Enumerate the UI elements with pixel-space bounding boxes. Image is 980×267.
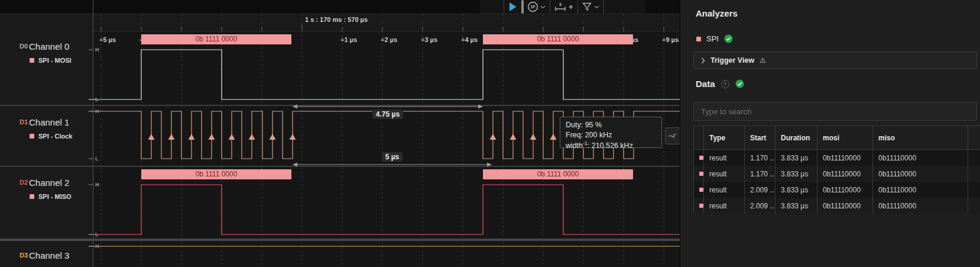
cell-Type: result — [704, 198, 745, 214]
row-color-swatch — [699, 204, 703, 208]
signal-channel-0 — [89, 50, 680, 99]
cell-miso: 0b11110000 — [873, 166, 968, 182]
high-level-label: H — [95, 47, 99, 53]
check-icon — [724, 34, 733, 43]
column-header-mosi[interactable]: mosi — [817, 126, 873, 149]
analyzer-item-spi[interactable]: SPI — [696, 34, 733, 43]
tooltip-freq: Freq: 200 kHz — [566, 130, 656, 140]
check-icon — [735, 79, 744, 88]
cell-mosi: 0b11110000 — [817, 166, 873, 182]
rising-edge-arrow — [550, 134, 557, 140]
rising-edge-arrow — [168, 134, 175, 140]
table-row[interactable]: result2.009 …3.833 µs0b111100000b1111000… — [694, 198, 980, 214]
tooltip-duty: Duty: 95 % — [566, 120, 656, 130]
cell-swatch — [694, 166, 704, 182]
arrowhead-right — [487, 163, 492, 167]
cell-swatch — [694, 150, 704, 166]
rising-edge-arrow — [189, 134, 195, 140]
level-ticks — [89, 50, 93, 246]
cell-swatch — [694, 182, 704, 198]
row-color-swatch — [699, 172, 703, 176]
cell-mosi: 0b11110000 — [817, 182, 873, 198]
warning-icon: ⚠ — [760, 56, 766, 65]
row-color-swatch — [699, 188, 703, 192]
cell-Duration: 3.833 µs — [775, 198, 817, 214]
high-level-label: H — [95, 243, 99, 249]
cell-Start: 1.170 … — [745, 150, 775, 166]
cell-miso: 0b11110000 — [873, 182, 968, 198]
arrowhead-right — [478, 105, 483, 109]
help-icon[interactable]: ? — [721, 80, 729, 88]
data-table: TypeStartDurationmosimisoresult1.170 …3.… — [693, 126, 980, 214]
measurement-tooltip: Duty: 95 % Freq: 200 kHz width-1: 210.52… — [560, 117, 662, 148]
cell-Type: result — [704, 150, 745, 166]
table-row[interactable]: result1.170 …3.833 µs0b111100000b1111000… — [694, 166, 980, 182]
spi-byte-annotation[interactable]: 0b 1111 0000 — [483, 34, 633, 44]
column-header-Type[interactable]: Type — [704, 126, 745, 149]
rising-edge-arrow — [530, 134, 537, 140]
arrowhead-left — [293, 105, 297, 109]
cell-Type: result — [704, 166, 745, 182]
cell-Start: 2.009 … — [745, 182, 775, 198]
trigger-view-label: Trigger View — [710, 56, 754, 65]
measurement-label[interactable]: 4.75 µs — [372, 110, 403, 119]
rising-edge-arrow — [490, 134, 497, 140]
rising-edge-arrow — [229, 134, 235, 140]
data-title: Data — [696, 79, 715, 89]
cell-Duration: 3.833 µs — [775, 182, 817, 198]
cell-Start: 2.009 … — [745, 198, 775, 214]
spi-byte-annotation[interactable]: 0b 1111 0000 — [483, 169, 633, 179]
low-level-label: L — [95, 156, 99, 162]
cell-mosi: 0b11110000 — [817, 198, 873, 214]
jump-to-edge-icon — [669, 133, 677, 139]
cell-Duration: 3.833 µs — [775, 150, 817, 166]
high-level-label: H — [95, 182, 99, 188]
row-color-swatch — [699, 156, 703, 160]
spi-byte-annotation[interactable]: 0b 1111 0000 — [141, 34, 291, 44]
trigger-view-expander[interactable]: Trigger View ⚠ — [693, 52, 977, 69]
rising-edge-arrow — [209, 134, 215, 140]
column-header-Duration[interactable]: Duration — [775, 126, 817, 149]
cell-spacer — [968, 182, 980, 198]
spi-byte-annotation[interactable]: 0b 1111 0000 — [141, 169, 291, 179]
search-input[interactable] — [693, 102, 977, 121]
rising-edge-arrow — [290, 134, 296, 140]
tooltip-width: width-1: 210.526 kHz — [566, 140, 656, 151]
table-row[interactable]: result1.170 …3.833 µs0b111100000b1111000… — [694, 150, 980, 166]
column-header-miso[interactable]: miso — [873, 126, 968, 149]
low-level-label: L — [95, 96, 99, 102]
cell-miso: 0b11110000 — [873, 150, 968, 166]
high-level-label: H — [95, 108, 99, 114]
spi-color-swatch — [696, 37, 701, 41]
table-header-row: TypeStartDurationmosimiso — [694, 126, 980, 150]
cell-Duration: 3.833 µs — [775, 166, 817, 182]
rising-edge-arrow — [510, 134, 517, 140]
analyzers-title: Analyzers — [696, 8, 738, 18]
cell-Start: 1.170 … — [745, 166, 775, 182]
rising-edge-arrow — [148, 134, 155, 140]
column-header-swatch — [694, 126, 704, 149]
signal-channel-2 — [89, 185, 680, 234]
chevron-right-icon — [701, 57, 705, 64]
spi-label: SPI — [706, 34, 719, 43]
cell-spacer — [968, 166, 980, 182]
cell-spacer — [968, 150, 980, 166]
cell-mosi: 0b11110000 — [817, 150, 873, 166]
cell-miso: 0b11110000 — [873, 198, 968, 214]
low-level-label: L — [95, 231, 99, 237]
cell-spacer — [968, 198, 980, 214]
data-section-header: Data ? — [696, 79, 744, 89]
logic-analyzer-app: 1F 3 + — [0, 0, 980, 267]
right-panel: Analyzers SPI Trigger View ⚠ Data ? — [680, 0, 980, 267]
jump-to-edge-button[interactable] — [665, 127, 680, 144]
table-row[interactable]: result2.009 …3.833 µs0b111100000b1111000… — [694, 182, 980, 198]
cell-Type: result — [704, 182, 745, 198]
column-header-spacer — [968, 126, 980, 149]
measurement-label[interactable]: 5 µs — [382, 152, 403, 162]
rising-edge-arrow — [270, 134, 276, 140]
arrowhead-left — [293, 163, 297, 167]
column-header-Start[interactable]: Start — [745, 126, 775, 149]
cell-swatch — [694, 198, 704, 214]
rising-edge-arrow — [249, 134, 255, 140]
